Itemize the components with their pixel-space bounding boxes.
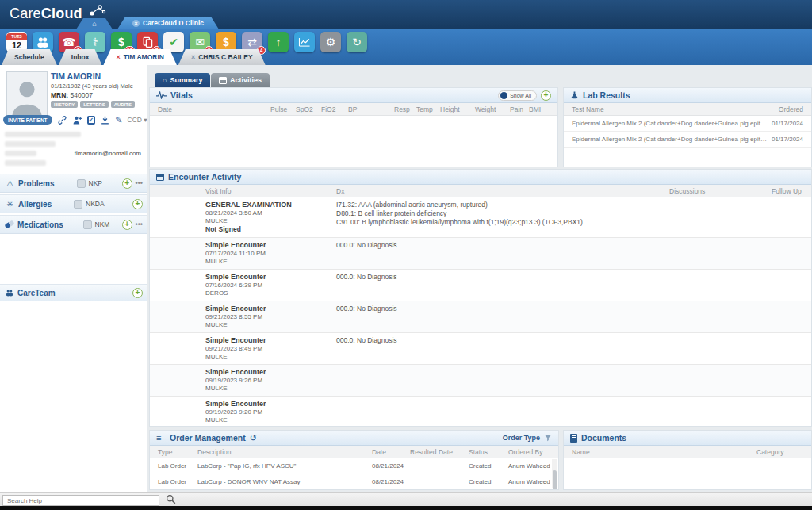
- tasks-checkbox-icon[interactable]: ✓: [87, 116, 96, 125]
- encounter-row[interactable]: Simple Encounter 09/19/2023 9:26 PM MULK…: [150, 365, 811, 397]
- toggle-dot: [500, 92, 508, 99]
- letters-badge[interactable]: LETTERS: [80, 101, 108, 108]
- medications-more-icon[interactable]: •••: [136, 220, 143, 228]
- medications-checkbox[interactable]: [83, 220, 92, 229]
- add-vitals-button[interactable]: +: [541, 90, 551, 101]
- sidebar-item-problems[interactable]: ⚠ Problems NKP + •••: [0, 174, 147, 193]
- allergies-checkbox[interactable]: [74, 200, 82, 209]
- order-management-panel: ≡ Order Management ↺ Order Type Type Des…: [149, 430, 559, 490]
- search-button[interactable]: [164, 494, 177, 507]
- orders-scrollbar[interactable]: [552, 459, 557, 488]
- order-management-header: ≡ Order Management ↺ Order Type: [150, 431, 558, 446]
- tab-schedule-label: Schedule: [14, 53, 44, 61]
- encounter-provider: DEROS: [205, 290, 336, 297]
- patient-contact-redacted: timamorin@nomail.com: [5, 132, 143, 170]
- encounter-dx: 000.0: No Diagnosis: [336, 241, 803, 250]
- link-icon[interactable]: [57, 115, 67, 125]
- add-medication-button[interactable]: +: [122, 220, 132, 230]
- patient-mrn: MRN: 540007: [51, 91, 93, 99]
- encounter-datetime: 09/21/2023 8:49 PM: [205, 345, 336, 353]
- problems-more-icon[interactable]: •••: [136, 179, 143, 187]
- order-type-filter[interactable]: Order Type: [503, 434, 540, 442]
- encounter-datetime: 08/21/2024 3:50 AM: [205, 209, 336, 217]
- encounter-provider: MULKE: [205, 385, 336, 393]
- tab-patient-tim-amorin[interactable]: × TIM AMORIN: [103, 49, 176, 65]
- invite-patient-button[interactable]: INVITE PATIENT: [3, 115, 52, 125]
- sidebar-item-careteam[interactable]: CareTeam +: [0, 284, 147, 301]
- add-problem-button[interactable]: +: [122, 178, 132, 189]
- tab-activities-label: Activities: [230, 76, 262, 84]
- order-date: 08/21/2024: [372, 478, 410, 485]
- refresh-icon[interactable]: ↺: [250, 433, 257, 443]
- lab-results-header: Lab Results: [564, 88, 811, 103]
- add-careteam-button[interactable]: +: [132, 288, 143, 298]
- encounter-datetime: 07/16/2024 6:39 PM: [205, 282, 336, 290]
- encounter-row[interactable]: Simple Encounter 07/16/2024 6:39 PM DERO…: [150, 270, 811, 301]
- tab-activities[interactable]: Activities: [211, 73, 270, 87]
- order-row[interactable]: Lab Order LabCorp - "Pap IG, rfx HPV ASC…: [150, 458, 558, 474]
- scrollbar-thumb[interactable]: [553, 470, 557, 490]
- sidebar-divider: [0, 167, 147, 167]
- lab-ordered-date: 01/17/2024: [772, 136, 803, 143]
- refer-patient-icon[interactable]: [72, 115, 82, 125]
- growth-icon[interactable]: ↑: [268, 32, 289, 52]
- vitals-pulse-icon: [156, 91, 167, 99]
- order-row[interactable]: Lab Order LabCorp - DONOR WNV NAT Assay …: [150, 474, 558, 490]
- ccd-dropdown[interactable]: CCD ▾: [128, 116, 147, 124]
- molecule-icon: [89, 2, 106, 17]
- filter-funnel-icon[interactable]: [544, 434, 552, 443]
- problems-checkbox[interactable]: [77, 179, 86, 188]
- audits-badge[interactable]: AUDITS: [111, 101, 135, 108]
- add-allergy-button[interactable]: +: [132, 199, 143, 209]
- encounter-row[interactable]: Simple Encounter 09/21/2023 8:49 PM MULK…: [150, 333, 811, 365]
- edit-pencil-icon[interactable]: ✎: [115, 115, 122, 125]
- download-icon[interactable]: [100, 115, 110, 125]
- show-all-toggle[interactable]: Show All: [498, 90, 537, 101]
- carecloud-logo: CareCloud: [10, 6, 82, 22]
- reports-chart-icon[interactable]: [294, 32, 315, 52]
- vitals-title: Vitals: [170, 90, 193, 100]
- col-ordered: Ordered: [779, 105, 803, 113]
- system-sync-icon[interactable]: ↻: [347, 32, 367, 52]
- encounter-row[interactable]: Simple Encounter 07/17/2024 11:10 PM MUL…: [150, 238, 811, 270]
- vitals-column-headers: Date Pulse SpO2 FiO2 BP Resp Temp Height…: [150, 103, 557, 116]
- clinic-tab-close-icon[interactable]: ×: [132, 20, 140, 27]
- documents-panel: Documents Name Category: [563, 430, 812, 490]
- encounter-column-headers: Visit Info Dx Discussions Follow Up: [150, 185, 811, 197]
- encounter-row[interactable]: Simple Encounter 09/19/2023 9:20 PM MULK…: [150, 397, 811, 427]
- redacted-field: [5, 141, 56, 147]
- problems-value: NKP: [89, 179, 119, 187]
- col-pain: Pain: [510, 105, 529, 113]
- search-icon: [166, 494, 176, 504]
- encounter-header: Encounter Activity: [150, 170, 811, 185]
- settings-gear-icon[interactable]: ⚙: [320, 32, 341, 52]
- history-badge[interactable]: HISTORY: [51, 101, 78, 108]
- sidebar-item-medications[interactable]: Medications NKM + •••: [0, 215, 147, 234]
- encounter-dx: 000.0: No Diagnosis: [336, 305, 803, 313]
- tab-summary[interactable]: ⌂ Summary: [155, 73, 210, 87]
- lab-column-headers: Test Name Ordered: [564, 103, 811, 116]
- redacted-field: [5, 132, 81, 137]
- order-management-title: Order Management: [170, 433, 246, 443]
- tab-patient-chris-bailey[interactable]: × CHRIS C BAILEY: [178, 49, 266, 65]
- sidebar-item-allergies[interactable]: ✳ Allergies NKDA +: [0, 194, 147, 213]
- encounter-row[interactable]: Simple Encounter 09/21/2023 8:55 PM MULK…: [150, 301, 811, 333]
- tab-clinic[interactable]: × CareCloud D Clinic: [117, 17, 219, 29]
- col-test-name: Test Name: [572, 105, 779, 113]
- lab-results-panel: Lab Results Test Name Ordered Epidermal …: [563, 87, 812, 167]
- lab-result-row[interactable]: Epidermal Allergen Mix 2 (Cat dander+Dog…: [564, 132, 811, 148]
- calendar-icon: [156, 174, 164, 181]
- encounter-row[interactable]: GENERAL EXAMINATION 08/21/2024 3:50 AM M…: [150, 197, 811, 238]
- tab-close-icon[interactable]: ×: [116, 53, 120, 61]
- allergies-label: Allergies: [18, 200, 52, 209]
- search-help-input[interactable]: [2, 495, 159, 506]
- encounter-provider: MULKE: [205, 217, 336, 225]
- col-description: Description: [197, 448, 372, 456]
- medication-capsule-icon: [4, 220, 14, 228]
- tab-schedule[interactable]: Schedule: [2, 49, 57, 65]
- tab-close-icon[interactable]: ×: [191, 53, 195, 61]
- tab-inbox[interactable]: Inbox: [59, 49, 102, 65]
- top-navbar: CareCloud ⌂ × CareCloud D Clinic: [0, 0, 812, 29]
- encounter-visit-title: Simple Encounter: [205, 368, 336, 377]
- lab-result-row[interactable]: Epidermal Allergen Mix 2 (Cat dander+Dog…: [564, 116, 811, 132]
